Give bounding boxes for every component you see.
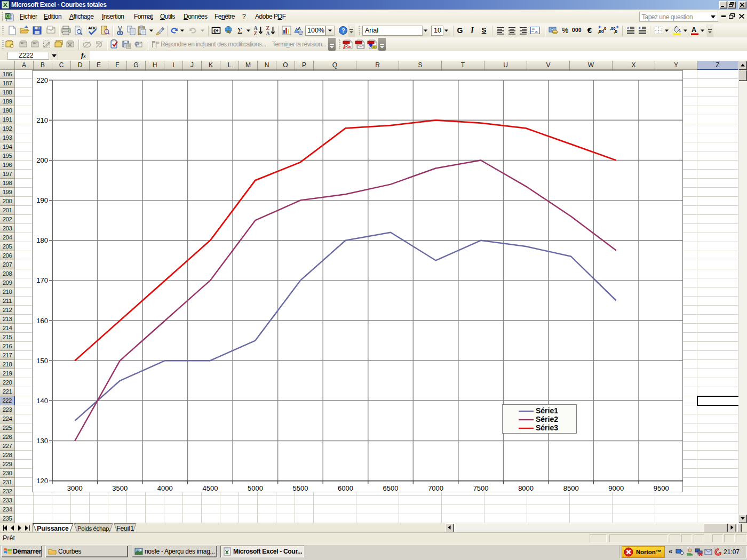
svg-text:Série1: Série1 [536, 406, 558, 415]
svg-text:Série2: Série2 [536, 415, 558, 423]
svg-text:120: 120 [36, 477, 48, 485]
svg-text:220: 220 [36, 76, 48, 84]
svg-text:6500: 6500 [383, 484, 399, 492]
svg-text:7500: 7500 [473, 484, 489, 492]
svg-text:6000: 6000 [338, 484, 353, 492]
svg-text:,0: ,0 [614, 29, 617, 34]
svg-text:200: 200 [36, 156, 48, 164]
svg-text:Z: Z [254, 30, 258, 36]
svg-text:5000: 5000 [248, 484, 263, 492]
svg-text:A: A [266, 30, 271, 36]
svg-text:130: 130 [36, 437, 48, 445]
svg-text:7000: 7000 [428, 484, 443, 492]
svg-text:Σ: Σ [237, 26, 242, 35]
svg-text:160: 160 [36, 317, 48, 325]
svg-text:4000: 4000 [157, 484, 173, 492]
svg-text:4500: 4500 [202, 484, 218, 492]
svg-text:140: 140 [36, 397, 48, 405]
svg-text:9500: 9500 [654, 484, 669, 492]
svg-text:9000: 9000 [608, 484, 624, 492]
svg-text:,0: ,0 [603, 26, 606, 31]
svg-text:180: 180 [36, 236, 48, 244]
svg-text:3000: 3000 [67, 484, 83, 492]
svg-text:150: 150 [36, 357, 48, 365]
svg-text:a: a [535, 29, 538, 34]
svg-text:8000: 8000 [518, 484, 534, 492]
svg-text:Série3: Série3 [536, 423, 558, 432]
svg-text:A: A [298, 26, 301, 31]
svg-text:5500: 5500 [292, 484, 308, 492]
svg-text:170: 170 [36, 276, 48, 284]
svg-text:?: ? [341, 27, 345, 34]
svg-text:210: 210 [36, 116, 48, 124]
svg-text:A: A [692, 26, 696, 34]
svg-text:8500: 8500 [563, 484, 579, 492]
svg-text:€: € [213, 28, 216, 34]
svg-text:190: 190 [36, 196, 48, 204]
svg-text:3500: 3500 [112, 484, 128, 492]
